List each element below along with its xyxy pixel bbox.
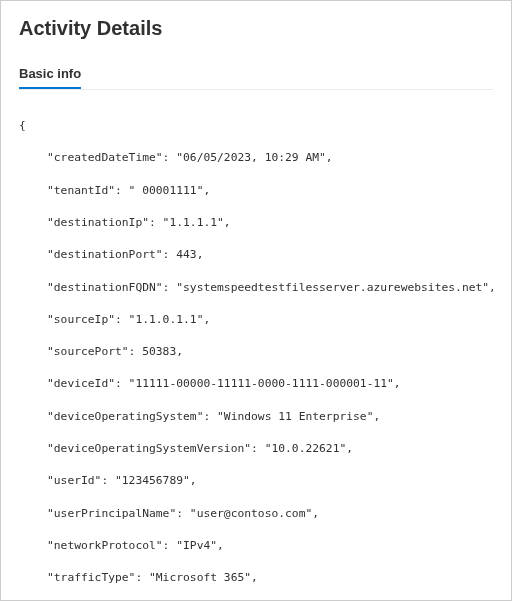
kv-deviceOperatingSystem: "deviceOperatingSystem": "Windows 11 Ent… bbox=[19, 409, 493, 425]
kv-tenantId: "tenantId": " 00001111", bbox=[19, 183, 493, 199]
kv-trafficType: "trafficType": "Microsoft 365", bbox=[19, 570, 493, 586]
kv-sourcePort: "sourcePort": 50383, bbox=[19, 344, 493, 360]
kv-userId: "userId": "123456789", bbox=[19, 473, 493, 489]
json-details: { "createdDateTime": "06/05/2023, 10:29 … bbox=[19, 102, 493, 601]
kv-createdDateTime: "createdDateTime": "06/05/2023, 10:29 AM… bbox=[19, 150, 493, 166]
kv-deviceId: "deviceId": "11111-00000-11111-0000-1111… bbox=[19, 376, 493, 392]
tab-strip: Basic info bbox=[19, 64, 493, 90]
page-title: Activity Details bbox=[19, 17, 493, 40]
kv-destinationIp: "destinationIp": "1.1.1.1", bbox=[19, 215, 493, 231]
json-open-brace: { bbox=[19, 118, 493, 134]
kv-networkProtocol: "networkProtocol": "IPv4", bbox=[19, 538, 493, 554]
kv-destinationPort: "destinationPort": 443, bbox=[19, 247, 493, 263]
kv-deviceOperatingSystemVersion: "deviceOperatingSystemVersion": "10.0.22… bbox=[19, 441, 493, 457]
kv-destinationFQDN: "destinationFQDN": "systemspeedtestfiles… bbox=[19, 280, 493, 296]
tab-basic-info[interactable]: Basic info bbox=[19, 66, 81, 89]
kv-sourceIp: "sourceIp": "1.1.0.1.1", bbox=[19, 312, 493, 328]
kv-userPrincipalName: "userPrincipalName": "user@contoso.com", bbox=[19, 506, 493, 522]
